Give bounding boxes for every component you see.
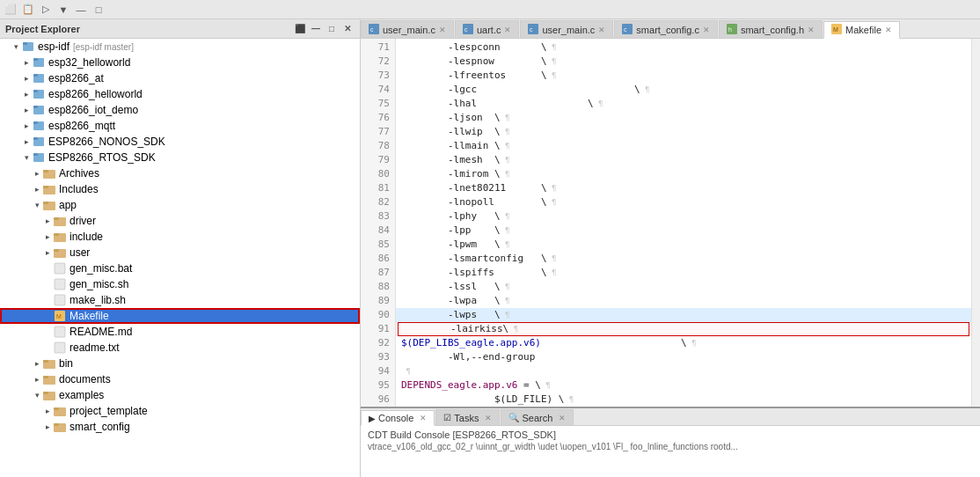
- tab-close-icon[interactable]: ✕: [504, 26, 511, 34]
- tab-makefile[interactable]: MMakefile✕: [823, 21, 900, 39]
- editor-panel: cuser_main.c✕cuart.c✕cuser_main.c✕csmart…: [361, 19, 980, 477]
- tree-item-esp32_helloworld[interactable]: ▸esp32_helloworld: [0, 55, 360, 70]
- tree-item-include[interactable]: ▸include: [0, 229, 360, 245]
- tree-item-gen_misc.sh[interactable]: gen_misc.sh: [0, 276, 360, 292]
- bottom-tab-label: Tasks: [454, 413, 479, 423]
- panel-collapse-icon[interactable]: ⬛: [293, 22, 307, 36]
- bottom-tab-close-icon[interactable]: ✕: [485, 414, 492, 422]
- editor-scrollbar[interactable]: [971, 39, 980, 407]
- tree-item-esp8266_iot_demo[interactable]: ▸esp8266_iot_demo: [0, 102, 360, 118]
- tree-item-make_lib.sh[interactable]: make_lib.sh: [0, 292, 360, 308]
- toolbar-icon-3[interactable]: ▷: [39, 3, 53, 17]
- tree-item-Makefile[interactable]: MMakefile: [0, 308, 360, 324]
- tree-item-esp8266_mqtt[interactable]: ▸esp8266_mqtt: [0, 118, 360, 134]
- bottom-tab-close-icon[interactable]: ✕: [420, 414, 427, 422]
- code-line: -lnet80211 \ ¶: [396, 181, 971, 195]
- tab-user_main_c_2[interactable]: cuser_main.c✕: [520, 20, 613, 38]
- tree-item-ESP8266_NONOS_SDK[interactable]: ▸ESP8266_NONOS_SDK: [0, 134, 360, 150]
- tree-item-bin[interactable]: ▸bin: [0, 356, 360, 371]
- tree-label: bin: [59, 357, 73, 370]
- pilcrow-icon: ¶: [547, 266, 557, 280]
- panel-maximize-icon[interactable]: □: [325, 22, 339, 36]
- tree-item-readme.txt[interactable]: readme.txt: [0, 340, 360, 356]
- code-line: -lwps \ ¶: [396, 308, 971, 322]
- folder-icon: [53, 214, 67, 228]
- tree-item-app[interactable]: ▾app: [0, 197, 360, 213]
- line-number: 76: [361, 111, 395, 125]
- bottom-tab-tasks[interactable]: ☑ Tasks✕: [435, 409, 500, 425]
- tab-close-icon[interactable]: ✕: [703, 26, 710, 34]
- code-text: -lwpa \: [401, 294, 501, 308]
- tab-user_main_c_1[interactable]: cuser_main.c✕: [361, 20, 454, 38]
- folder-icon: [42, 198, 56, 212]
- pilcrow-icon: ¶: [687, 336, 697, 350]
- tree-item-esp-idf[interactable]: ▾esp-idf[esp-idf master]: [0, 39, 360, 55]
- pilcrow-icon: ¶: [501, 224, 510, 238]
- tab-smart_config_h[interactable]: hsmart_config.h✕: [719, 20, 823, 38]
- tree-item-Archives[interactable]: ▸Archives: [0, 165, 360, 181]
- bottom-tab-console[interactable]: ▶ Console✕: [361, 410, 435, 426]
- tree-item-smart_config[interactable]: ▸smart_config: [0, 419, 360, 435]
- line-number: 77: [361, 125, 395, 139]
- bottom-tab-close-icon[interactable]: ✕: [559, 414, 566, 422]
- code-line: ¶: [396, 364, 971, 378]
- bottom-tab-search[interactable]: 🔍 Search✕: [501, 409, 574, 425]
- toolbar-icon-5[interactable]: —: [74, 3, 88, 17]
- tab-close-icon[interactable]: ✕: [598, 26, 605, 34]
- tree-item-esp8266_helloworld[interactable]: ▸esp8266_helloworld: [0, 86, 360, 102]
- tree-item-gen_misc.bat[interactable]: gen_misc.bat: [0, 261, 360, 276]
- tab-uart_c[interactable]: cuart.c✕: [455, 20, 520, 38]
- tree-item-user[interactable]: ▸user: [0, 245, 360, 261]
- tab-close-icon[interactable]: ✕: [439, 26, 446, 34]
- tab-close-icon[interactable]: ✕: [885, 26, 892, 34]
- line-numbers: 7172737475767778798081828384858687888990…: [361, 39, 396, 407]
- console-title: CDT Build Console [ESP8266_RTOS_SDK]: [368, 429, 973, 440]
- code-line: -lmesh \ ¶: [396, 153, 971, 167]
- make-keyword: DEPENDS_eagle.app.v6: [401, 378, 517, 393]
- tree-item-esp8266_at[interactable]: ▸esp8266_at: [0, 70, 360, 86]
- code-text: -lnet80211 \: [401, 181, 547, 195]
- editor-tab-bar: cuser_main.c✕cuart.c✕cuser_main.c✕csmart…: [361, 19, 980, 39]
- tree-item-ESP8266_RTOS_SDK[interactable]: ▾ESP8266_RTOS_SDK: [0, 150, 360, 165]
- code-content[interactable]: -lespconn \ ¶ -lespnow \ ¶ -lfreentos \ …: [396, 39, 971, 407]
- pilcrow-icon: ¶: [508, 322, 518, 336]
- line-number: 83: [361, 209, 395, 224]
- chevron-icon: ▸: [32, 169, 42, 178]
- line-number: 75: [361, 97, 395, 111]
- toolbar-icon-2[interactable]: 📋: [21, 3, 35, 17]
- pilcrow-icon: ¶: [501, 238, 510, 252]
- bottom-tab-label: Search: [522, 413, 552, 423]
- tree-item-README.md[interactable]: README.md: [0, 324, 360, 340]
- tree-item-examples[interactable]: ▾examples: [0, 387, 360, 403]
- pilcrow-icon: ¶: [501, 153, 510, 167]
- line-number: 93: [361, 350, 395, 364]
- svg-rect-23: [54, 217, 59, 220]
- tree-label: project_template: [69, 405, 148, 417]
- pilcrow-icon: ¶: [547, 69, 557, 83]
- folder-icon: [53, 230, 67, 244]
- console-output: vtrace_v106_old_gcc_02_r \uinnt_gr_width…: [368, 442, 973, 451]
- tab-close-icon[interactable]: ✕: [808, 26, 815, 34]
- code-line: $(LD_FILE) \ ¶: [396, 393, 971, 407]
- tree-item-documents[interactable]: ▸documents: [0, 371, 360, 387]
- tree-item-project_template[interactable]: ▸project_template: [0, 403, 360, 419]
- toolbar-icon-4[interactable]: ▼: [56, 3, 70, 17]
- tree-label: esp8266_helloworld: [48, 88, 143, 100]
- code-line: -lsmartconfig \ ¶: [396, 252, 971, 266]
- toolbar-icon-1[interactable]: ⬜: [4, 3, 18, 17]
- panel-close-icon[interactable]: ✕: [340, 22, 355, 36]
- toolbar-icon-6[interactable]: □: [91, 3, 106, 17]
- tree-item-Includes[interactable]: ▸Includes: [0, 181, 360, 197]
- pilcrow-icon: ¶: [501, 308, 510, 322]
- line-number: 79: [361, 153, 395, 167]
- tree-item-driver[interactable]: ▸driver: [0, 213, 360, 229]
- line-number: 71: [361, 40, 395, 55]
- svg-rect-34: [55, 342, 65, 353]
- pilcrow-icon: ¶: [640, 83, 650, 97]
- code-line: -lpwm \ ¶: [396, 238, 971, 252]
- line-number: 84: [361, 224, 395, 238]
- file-icon: M: [831, 24, 842, 36]
- panel-minimize-icon[interactable]: —: [309, 22, 323, 36]
- file-icon: h: [727, 24, 737, 36]
- tab-smart_config_c[interactable]: csmart_config.c✕: [614, 20, 718, 38]
